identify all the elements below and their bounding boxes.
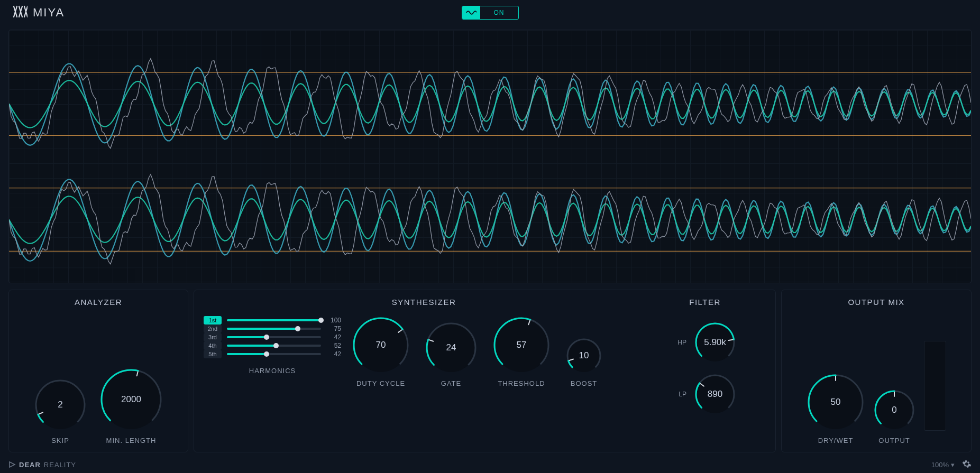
harmonic-track[interactable]: [227, 328, 321, 330]
harmonic-slider-3[interactable]: 3rd 42: [204, 333, 341, 341]
analyzer-title: ANALYZER: [19, 298, 178, 307]
harmonic-track[interactable]: [227, 345, 321, 347]
power-toggle[interactable]: ON: [462, 6, 519, 20]
zoom-value: 100%: [931, 461, 949, 469]
gate-label: GATE: [441, 379, 461, 387]
harmonic-slider-4[interactable]: 4th 52: [204, 341, 341, 350]
harmonic-track[interactable]: [227, 353, 321, 355]
boost-label: BOOST: [571, 379, 598, 387]
hp-knob[interactable]: 5.90k: [694, 321, 736, 364]
harmonic-label: 4th: [204, 341, 222, 350]
output-title: OUTPUT MIX: [791, 298, 961, 307]
harmonic-label: 5th: [204, 350, 222, 358]
harmonic-slider-2[interactable]: 2nd 75: [204, 324, 341, 333]
chevron-down-icon: ▾: [951, 461, 955, 469]
skip-label: SKIP: [51, 437, 69, 444]
header: MIYA ON: [0, 0, 980, 25]
brand-light: REALITY: [44, 461, 76, 469]
zoom-dropdown[interactable]: 100% ▾: [931, 461, 955, 469]
footer: DEARREALITY 100% ▾: [0, 456, 980, 473]
synthesizer-panel: SYNTHESIZER 1st 100 2nd 75 3rd 42 4th: [194, 290, 776, 452]
harmonic-slider-5[interactable]: 5th 42: [204, 350, 341, 358]
gate-knob[interactable]: 24: [425, 321, 478, 374]
output-label: OUTPUT: [878, 437, 910, 444]
app-title: MIYA: [33, 6, 65, 20]
lp-label: LP: [674, 391, 686, 398]
output-knob[interactable]: 0: [873, 389, 915, 431]
hp-label: HP: [674, 339, 686, 346]
settings-button[interactable]: [962, 459, 972, 470]
harmonic-value: 75: [326, 325, 341, 332]
harmonic-label: 2nd: [204, 324, 222, 333]
synthesizer-title: SYNTHESIZER: [204, 298, 644, 307]
threshold-label: THRESHOLD: [498, 379, 545, 387]
dry-wet-knob[interactable]: 50: [807, 373, 865, 431]
brand-footer: DEARREALITY: [8, 461, 76, 469]
dry-wet-label: DRY/WET: [818, 437, 854, 444]
harmonic-label: 3rd: [204, 333, 222, 341]
harmonic-track[interactable]: [227, 336, 321, 338]
power-state-label: ON: [480, 9, 518, 16]
brand-bold: DEAR: [19, 461, 41, 469]
output-meters: [924, 341, 946, 431]
harmonic-track[interactable]: [227, 319, 321, 321]
harmonic-value: 42: [326, 350, 341, 358]
threshold-knob[interactable]: 57: [492, 316, 551, 374]
harmonic-value: 42: [326, 333, 341, 341]
min-length-knob[interactable]: 2000: [99, 368, 163, 431]
harmonic-label: 1st: [204, 316, 222, 324]
gear-icon: [962, 459, 972, 469]
analyzer-panel: ANALYZER 2 SKIP 2000 MIN. LENGTH: [8, 290, 188, 452]
min-length-label: MIN. LENGTH: [106, 437, 157, 444]
harmonic-value: 100: [326, 317, 341, 324]
brand-logo-icon: [13, 5, 28, 20]
waveform-display: [8, 30, 972, 283]
harmonic-value: 52: [326, 342, 341, 349]
boost-knob[interactable]: 10: [565, 337, 602, 374]
filter-title: FILTER: [689, 298, 721, 307]
skip-knob[interactable]: 2: [34, 378, 87, 431]
harmonics-label: HARMONICS: [204, 367, 341, 375]
harmonics-group: 1st 100 2nd 75 3rd 42 4th 52 5th: [204, 316, 341, 375]
brand-triangle-icon: [8, 461, 16, 468]
duty-cycle-knob[interactable]: 70: [352, 316, 410, 374]
sine-wave-icon: [462, 6, 480, 19]
harmonic-slider-1[interactable]: 1st 100: [204, 316, 341, 324]
waveform-canvas: [9, 30, 971, 283]
lp-knob[interactable]: 890: [694, 373, 736, 415]
output-panel: OUTPUT MIX 50 DRY/WET 0 OUTPUT: [781, 290, 972, 452]
duty-cycle-label: DUTY CYCLE: [356, 379, 405, 387]
